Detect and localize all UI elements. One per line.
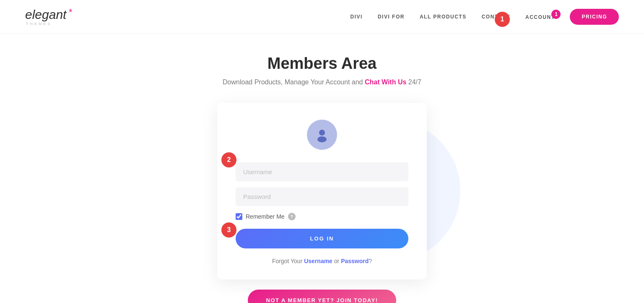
forgot-password-link[interactable]: Password [341,258,369,264]
page-subtitle: Download Products, Manage Your Account a… [223,78,421,86]
svg-point-1 [317,136,327,142]
nav-account[interactable]: ACCOUNT [525,14,555,20]
login-card-wrapper: Remember Me ? LOG IN Forgot Your Usernam… [217,103,427,279]
site-header: elegant * themes DIVI DIVI FOR ALL PRODU… [0,0,644,34]
main-content: Members Area Download Products, Manage Y… [0,34,644,303]
logo-asterisk: * [69,7,73,18]
nav-divi[interactable]: DIVI [351,14,363,20]
join-button[interactable]: NOT A MEMBER YET? JOIN TODAY! [248,290,397,303]
user-icon [314,127,330,142]
remember-me-label: Remember Me [246,213,285,220]
remember-me-row: Remember Me ? [236,213,408,220]
nav-all-products[interactable]: ALL PRODUCTS [420,14,467,20]
annotation-badge-1: 1 [495,12,510,27]
help-icon[interactable]: ? [288,213,296,220]
forgot-suffix: ? [369,258,372,264]
password-input[interactable] [236,187,408,206]
username-input[interactable] [236,162,408,181]
user-avatar [307,120,337,150]
forgot-text: Forgot Your Username or Password? [272,258,372,264]
forgot-prefix: Forgot Your [272,258,304,264]
account-notification-badge: 1 [551,10,561,19]
nav-account-wrapper: ACCOUNT 1 [525,13,555,21]
subtitle-before: Download Products, Manage Your Account a… [223,78,365,86]
pricing-button[interactable]: PRICING [570,9,619,25]
nav-divi-for[interactable]: DIVI FOR [378,14,405,20]
annotation-badge-3: 3 [221,222,236,238]
login-card: Remember Me ? LOG IN Forgot Your Usernam… [217,103,427,279]
main-nav: DIVI DIVI FOR ALL PRODUCTS CONTACT ACCOU… [351,9,619,25]
logo: elegant * themes [25,8,66,26]
logo-text: elegant [25,8,66,21]
logo-subtext: themes [25,22,52,26]
forgot-username-link[interactable]: Username [304,258,332,264]
forgot-or: or [332,258,341,264]
remember-me-checkbox[interactable] [236,213,242,220]
join-section: NOT A MEMBER YET? JOIN TODAY! [248,290,397,303]
page-title: Members Area [267,55,377,73]
subtitle-after: 24/7 [406,78,421,86]
svg-point-0 [319,130,325,136]
chat-link[interactable]: Chat With Us [365,78,406,86]
annotation-badge-2: 2 [221,152,236,167]
login-button[interactable]: LOG IN [236,229,408,248]
